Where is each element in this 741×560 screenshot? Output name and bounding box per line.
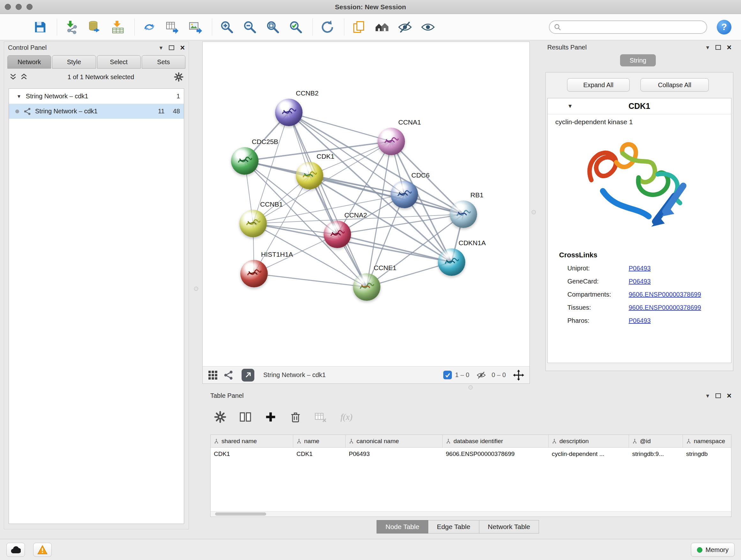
panel-menu-icon[interactable]: ▾ [706, 44, 710, 51]
panel-menu-icon[interactable]: ▾ [706, 392, 710, 399]
crosslink-link[interactable]: 9606.ENSP00000378699 [629, 291, 701, 298]
collapse-all-button[interactable]: Collapse All [641, 78, 709, 91]
network-tools-button[interactable] [140, 18, 158, 37]
table-settings-button[interactable] [214, 411, 226, 423]
tab-network-table[interactable]: Network Table [479, 520, 539, 534]
network-node-ccnb2[interactable] [275, 99, 302, 126]
close-panel-icon[interactable]: × [727, 392, 731, 400]
float-panel-icon[interactable] [169, 45, 174, 50]
zoom-selected-button[interactable] [287, 18, 305, 37]
expand-all-icon[interactable] [20, 73, 28, 81]
column-header[interactable]: canonical name [346, 435, 443, 447]
close-panel-icon[interactable]: × [180, 44, 185, 52]
search-input[interactable] [564, 23, 702, 30]
tree-expand-icon[interactable]: ▼ [17, 94, 21, 99]
crosslink-link[interactable]: P06493 [629, 278, 651, 285]
vertical-splitter-handle[interactable] [532, 210, 536, 214]
columns-icon [239, 411, 252, 423]
crosslink-link[interactable]: P06493 [629, 317, 651, 324]
column-header[interactable]: name [293, 435, 346, 447]
collapse-all-icon[interactable] [9, 73, 17, 81]
help-button[interactable]: ? [717, 20, 731, 35]
open-session-button[interactable] [8, 18, 26, 37]
network-row[interactable]: String Network – cdk1 11 48 [9, 104, 184, 119]
show-columns-button[interactable] [239, 411, 252, 423]
column-header[interactable]: @id [629, 435, 683, 447]
selection-checkbox[interactable] [443, 371, 452, 379]
share-view-icon[interactable] [224, 370, 233, 380]
network-summary-row: 1 of 1 Network selected [4, 69, 189, 85]
export-table-button[interactable] [163, 18, 181, 37]
collapse-entry-icon[interactable]: ▼ [567, 103, 573, 110]
import-table-button[interactable] [109, 18, 127, 37]
window-title: Session: New Session [0, 3, 741, 11]
node-label: CCNA1 [398, 118, 421, 126]
table-row[interactable]: CDK1CDK1P064939606.ENSP00000378699cyclin… [211, 448, 731, 460]
birds-eye-view-icon[interactable] [208, 370, 218, 380]
zoom-fit-button[interactable] [264, 18, 282, 37]
home-button[interactable] [373, 18, 391, 37]
expand-all-button[interactable]: Expand All [567, 78, 630, 91]
close-panel-icon[interactable]: × [727, 44, 731, 51]
open-in-browser-button[interactable] [242, 369, 254, 381]
column-header[interactable]: shared name [211, 435, 293, 447]
titlebar: Session: New Session [0, 0, 741, 14]
float-panel-icon[interactable] [716, 393, 721, 398]
pan-tool-icon[interactable] [513, 369, 524, 381]
column-header[interactable]: description [549, 435, 629, 447]
crosslink-link[interactable]: P06493 [629, 265, 651, 272]
gene-header[interactable]: ▼ CDK1 [548, 98, 731, 114]
column-header[interactable]: database identifier [443, 435, 549, 447]
hide-selected-button[interactable] [396, 18, 414, 37]
network-node-ccna1[interactable] [378, 128, 405, 155]
warnings-button[interactable] [33, 543, 52, 557]
zoom-in-button[interactable] [218, 18, 236, 37]
duplicate-button[interactable] [350, 18, 368, 37]
network-node-hist1h1a[interactable] [240, 260, 268, 287]
refresh-button[interactable] [319, 18, 336, 37]
network-collection-row[interactable]: ▼ String Network – cdk1 1 [9, 89, 184, 104]
network-node-ccnb1[interactable] [239, 210, 267, 237]
tab-select[interactable]: Select [97, 55, 141, 69]
tab-style[interactable]: Style [52, 55, 96, 69]
gear-icon[interactable] [174, 72, 184, 82]
network-node-cdkn1a[interactable] [438, 248, 465, 276]
export-image-button[interactable] [186, 18, 204, 37]
tab-node-table[interactable]: Node Table [377, 520, 428, 534]
horizontal-scrollbar[interactable] [211, 511, 731, 516]
import-network-file-button[interactable] [63, 18, 81, 37]
table-cell: stringdb [683, 448, 731, 460]
function-builder-button[interactable]: f(x) [340, 412, 352, 422]
network-node-cdk1[interactable] [296, 162, 323, 189]
tab-sets[interactable]: Sets [142, 55, 185, 69]
cloud-button[interactable] [6, 543, 25, 557]
network-node-cdc25b[interactable] [231, 147, 259, 175]
save-session-button[interactable] [31, 18, 49, 37]
network-node-rb1[interactable] [450, 200, 477, 228]
tab-string[interactable]: String [620, 54, 656, 66]
zoom-fit-icon [266, 20, 280, 35]
memory-button[interactable]: Memory [691, 543, 735, 557]
hidden-eye-slash-icon[interactable] [476, 370, 486, 380]
crosslink-link[interactable]: 9606.ENSP00000378699 [629, 304, 701, 311]
crosslink-label: Tissues: [567, 304, 629, 311]
show-all-button[interactable] [419, 18, 437, 37]
scrollbar-thumb[interactable] [215, 512, 266, 516]
zoom-out-button[interactable] [241, 18, 259, 37]
tab-network[interactable]: Network [7, 55, 51, 69]
horizontal-splitter-handle[interactable] [468, 385, 473, 389]
import-network-database-button[interactable] [86, 18, 104, 37]
network-node-cdc6[interactable] [391, 181, 418, 208]
column-header[interactable]: namespace [683, 435, 731, 447]
network-node-ccna2[interactable] [324, 221, 351, 248]
panel-menu-icon[interactable]: ▾ [159, 44, 163, 51]
add-row-button[interactable] [265, 411, 277, 423]
delete-table-button[interactable] [314, 411, 328, 423]
float-panel-icon[interactable] [716, 45, 721, 50]
protein-structure-image [577, 132, 702, 241]
tab-edge-table[interactable]: Edge Table [428, 520, 479, 534]
network-node-ccne1[interactable] [353, 273, 381, 301]
vertical-splitter-handle[interactable] [194, 287, 198, 291]
delete-button[interactable] [289, 411, 301, 423]
network-canvas[interactable]: CCNB2 CCNA1 CDC25B CDK1 CDC6 RB1 CCNB1 C… [203, 42, 529, 366]
